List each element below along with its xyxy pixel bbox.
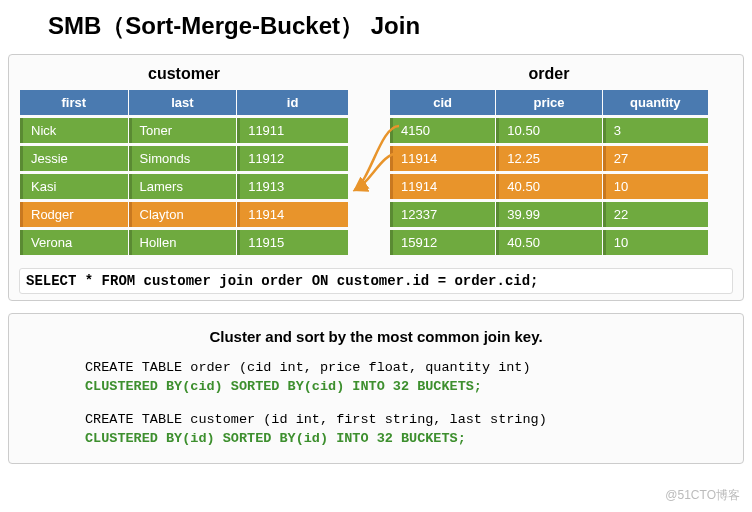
order-table-name: order <box>389 65 709 83</box>
watermark: @51CTO博客 <box>665 487 740 504</box>
table-cell: Lamers <box>129 174 237 199</box>
ddl-order: CREATE TABLE order (cid int, price float… <box>85 359 727 397</box>
order-col-cid: cid <box>390 90 495 115</box>
cluster-title: Cluster and sort by the most common join… <box>25 328 727 345</box>
table-cell: Simonds <box>129 146 237 171</box>
table-row: VeronaHollen11915 <box>20 230 348 255</box>
table-row: JessieSimonds11912 <box>20 146 348 171</box>
table-cell: Verona <box>20 230 128 255</box>
table-cell: Jessie <box>20 146 128 171</box>
table-cell: 40.50 <box>496 174 601 199</box>
table-cell: Nick <box>20 118 128 143</box>
table-cell: Clayton <box>129 202 237 227</box>
order-col-price: price <box>496 90 601 115</box>
table-row: NickToner11911 <box>20 118 348 143</box>
table-cell: 15912 <box>390 230 495 255</box>
table-row: RodgerClayton11914 <box>20 202 348 227</box>
table-cell: 3 <box>603 118 708 143</box>
customer-table: first last id NickToner11911JessieSimond… <box>19 87 349 258</box>
table-cell: 12337 <box>390 202 495 227</box>
customer-col-last: last <box>129 90 237 115</box>
table-row: 1191440.5010 <box>390 174 708 199</box>
table-cell: 39.99 <box>496 202 601 227</box>
table-cell: 40.50 <box>496 230 601 255</box>
table-cell: 10 <box>603 174 708 199</box>
page-title: SMB（Sort-Merge-Bucket） Join <box>48 10 744 42</box>
table-row: 1233739.9922 <box>390 202 708 227</box>
customer-col-id: id <box>237 90 348 115</box>
table-cell: Hollen <box>129 230 237 255</box>
table-cell: 4150 <box>390 118 495 143</box>
table-cell: 11913 <box>237 174 348 199</box>
customer-table-block: customer first last id NickToner11911Jes… <box>19 65 349 258</box>
table-cell: 11912 <box>237 146 348 171</box>
ddl-order-line2: CLUSTERED BY(cid) SORTED BY(cid) INTO 32… <box>85 379 482 394</box>
ddl-customer-line2: CLUSTERED BY(id) SORTED BY(id) INTO 32 B… <box>85 431 466 446</box>
customer-col-first: first <box>20 90 128 115</box>
table-cell: 11911 <box>237 118 348 143</box>
table-cell: Rodger <box>20 202 128 227</box>
ddl-customer: CREATE TABLE customer (id int, first str… <box>85 411 727 449</box>
order-table-block: order cid price quantity 415010.50311914… <box>389 65 709 258</box>
table-cell: 11914 <box>390 174 495 199</box>
table-cell: 11914 <box>237 202 348 227</box>
ddl-panel: Cluster and sort by the most common join… <box>8 313 744 464</box>
join-diagram-panel: customer first last id NickToner11911Jes… <box>8 54 744 301</box>
table-cell: 11914 <box>390 146 495 171</box>
table-cell: Kasi <box>20 174 128 199</box>
table-cell: Toner <box>129 118 237 143</box>
table-cell: 22 <box>603 202 708 227</box>
order-table: cid price quantity 415010.5031191412.252… <box>389 87 709 258</box>
table-cell: 12.25 <box>496 146 601 171</box>
customer-table-name: customer <box>19 65 349 83</box>
table-row: 415010.503 <box>390 118 708 143</box>
table-row: 1191412.2527 <box>390 146 708 171</box>
table-cell: 10.50 <box>496 118 601 143</box>
table-cell: 11915 <box>237 230 348 255</box>
table-cell: 10 <box>603 230 708 255</box>
table-cell: 27 <box>603 146 708 171</box>
ddl-order-line1: CREATE TABLE order (cid int, price float… <box>85 360 531 375</box>
table-row: 1591240.5010 <box>390 230 708 255</box>
order-col-quantity: quantity <box>603 90 708 115</box>
join-sql-statement: SELECT * FROM customer join order ON cus… <box>19 268 733 294</box>
table-row: KasiLamers11913 <box>20 174 348 199</box>
ddl-customer-line1: CREATE TABLE customer (id int, first str… <box>85 412 547 427</box>
